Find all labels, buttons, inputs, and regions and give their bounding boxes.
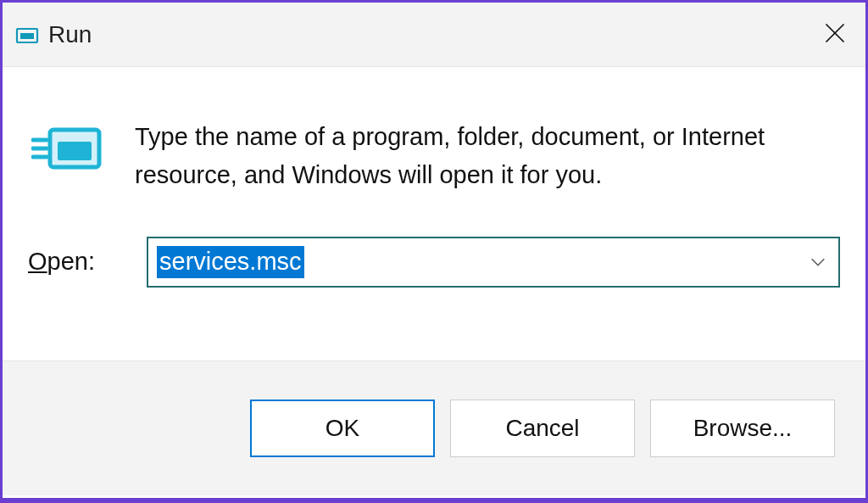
browse-button-label: Browse... — [693, 415, 793, 442]
cancel-button[interactable]: Cancel — [450, 400, 635, 457]
cancel-button-label: Cancel — [505, 415, 579, 442]
run-small-icon — [14, 22, 40, 48]
browse-button[interactable]: Browse... — [650, 400, 835, 457]
open-label: Open: — [28, 248, 147, 276]
close-button[interactable] — [815, 14, 855, 55]
open-input-value[interactable]: services.msc — [157, 246, 304, 278]
window-title: Run — [48, 21, 815, 48]
chevron-down-icon[interactable] — [808, 252, 828, 272]
ok-button[interactable]: OK — [250, 400, 435, 457]
dialog-body: Type the name of a program, folder, docu… — [3, 67, 865, 360]
title-bar: Run — [3, 3, 865, 67]
open-combobox[interactable]: services.msc — [147, 237, 840, 288]
svg-rect-6 — [58, 142, 92, 160]
run-dialog-window: Run Type the name of a progr — [0, 0, 868, 503]
ok-button-label: OK — [326, 415, 359, 442]
close-icon — [823, 21, 847, 48]
description-text: Type the name of a program, folder, docu… — [135, 118, 840, 194]
run-large-icon — [31, 125, 104, 172]
svg-rect-1 — [20, 33, 34, 39]
button-bar: OK Cancel Browse... — [3, 360, 865, 495]
